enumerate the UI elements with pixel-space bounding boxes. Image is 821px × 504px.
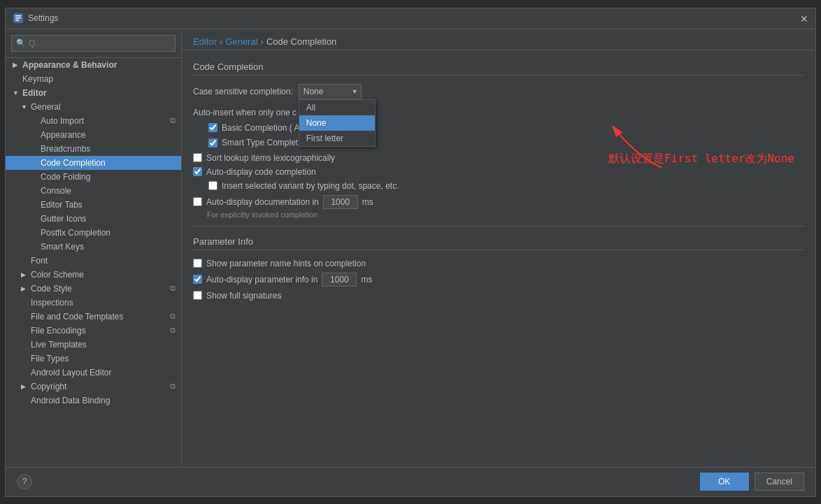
title-text: Settings (28, 13, 58, 23)
show-full-sig-checkbox[interactable] (193, 291, 202, 300)
title-bar-left: Settings (13, 13, 58, 24)
sort-lookup-checkbox[interactable] (193, 153, 202, 162)
param-section-title: Parameter Info (193, 236, 804, 250)
help-button[interactable]: ? (17, 474, 32, 489)
cancel-button[interactable]: Cancel (755, 473, 804, 491)
sidebar-item-console[interactable]: Console (6, 184, 181, 198)
ok-button[interactable]: OK (700, 473, 749, 491)
sidebar-item-label-appearance-behavior: Appearance & Behavior (22, 60, 117, 70)
sidebar-item-smart-keys[interactable]: Smart Keys (6, 240, 181, 254)
case-sensitive-dropdown-wrap: None ▼ All None First letter (299, 84, 362, 99)
auto-display-label: Auto-display code completion (206, 167, 316, 177)
show-hints-row: Show parameter name hints on completion (193, 259, 804, 268)
sidebar-item-label-file-encodings: File Encodings (31, 326, 86, 336)
show-full-sig-row: Show full signatures (193, 291, 804, 301)
basic-completion-checkbox[interactable] (208, 123, 217, 132)
sidebar-item-copyright[interactable]: ▶Copyright⧉ (6, 380, 181, 394)
sidebar-item-editor[interactable]: ▼Editor (6, 86, 181, 100)
dropdown-item-first-letter[interactable]: First letter (299, 131, 375, 146)
case-sensitive-label: Case sensitive completion: (193, 87, 293, 96)
sidebar-item-inspections[interactable]: Inspections (6, 296, 181, 310)
sidebar-item-label-file-code-templates: File and Code Templates (31, 312, 124, 322)
sidebar-item-label-code-folding: Code Folding (41, 172, 90, 182)
sidebar-copy-icon: ⧉ (170, 382, 176, 391)
sidebar-item-label-code-style: Code Style (31, 284, 72, 294)
sidebar-item-label-auto-import: Auto Import (41, 116, 84, 126)
sidebar-item-label-copyright: Copyright (31, 382, 66, 391)
sidebar-copy-icon: ⧉ (170, 326, 176, 335)
sidebar-item-general[interactable]: ▼General (6, 100, 181, 114)
case-sensitive-dropdown[interactable]: None ▼ (299, 84, 362, 99)
close-icon[interactable]: ✕ (800, 14, 808, 22)
show-hints-label: Show parameter name hints on completion (206, 259, 366, 268)
sidebar-copy-icon: ⧉ (170, 116, 176, 125)
chevron-down-icon: ▼ (352, 88, 358, 95)
sidebar-item-label-editor: Editor (22, 88, 47, 98)
sidebar-item-editor-tabs[interactable]: Editor Tabs (6, 198, 181, 212)
auto-display-doc-checkbox[interactable] (193, 197, 202, 206)
sidebar-item-label-editor-tabs: Editor Tabs (41, 200, 83, 210)
sidebar-item-label-appearance: Appearance (41, 130, 86, 140)
search-box: 🔍 (6, 29, 181, 58)
sidebar-item-file-types[interactable]: File Types (6, 352, 181, 366)
sidebar-item-label-font: Font (31, 256, 48, 266)
section-title: Code Completion (193, 62, 804, 75)
hint-text: For explicitly invoked completion (207, 210, 804, 219)
separator (193, 226, 804, 226)
insert-selected-checkbox[interactable] (208, 181, 217, 190)
sidebar-item-label-android-data-binding: Android Data Binding (31, 396, 110, 405)
sidebar-item-postfix-completion[interactable]: Postfix Completion (6, 226, 181, 240)
sidebar-item-appearance-behavior[interactable]: ▶Appearance & Behavior (6, 58, 181, 72)
breadcrumb-current: Code Completion (266, 36, 336, 47)
sidebar-item-file-code-templates[interactable]: File and Code Templates⧉ (6, 310, 181, 324)
insert-selected-row: Insert selected variant by typing dot, s… (208, 181, 804, 191)
sidebar-item-label-breadcrumbs: Breadcrumbs (41, 144, 90, 154)
auto-display-param-label: Auto-display parameter info in (206, 275, 317, 285)
sidebar-item-label-keymap: Keymap (22, 74, 53, 84)
sidebar-item-keymap[interactable]: Keymap (6, 72, 181, 86)
sidebar-item-code-folding[interactable]: Code Folding (6, 170, 181, 184)
svg-rect-3 (15, 20, 19, 21)
case-sensitive-group: Case sensitive completion: None ▼ All No… (193, 84, 804, 99)
sidebar-item-code-style[interactable]: ▶Code Style⧉ (6, 282, 181, 296)
content-area: Editor › General › Code Completion Code … (182, 29, 815, 467)
sidebar-item-breadcrumbs[interactable]: Breadcrumbs (6, 142, 181, 156)
auto-display-param-row: Auto-display parameter info in ms (193, 273, 804, 287)
dropdown-item-all[interactable]: All (299, 100, 375, 115)
smart-type-checkbox[interactable] (208, 138, 217, 147)
sidebar-item-appearance[interactable]: Appearance (6, 128, 181, 142)
param-info-unit: ms (361, 275, 372, 285)
sidebar-item-android-data-binding[interactable]: Android Data Binding (6, 394, 181, 408)
show-full-sig-label: Show full signatures (206, 291, 281, 301)
sidebar-item-label-code-completion: Code Completion (41, 158, 106, 168)
breadcrumb-general: General (225, 36, 257, 47)
sidebar-item-gutter-icons[interactable]: Gutter Icons (6, 212, 181, 226)
sidebar-item-auto-import[interactable]: Auto Import⧉ (6, 114, 181, 128)
breadcrumb-editor: Editor (193, 36, 217, 47)
sidebar-item-color-scheme[interactable]: ▶Color Scheme (6, 268, 181, 282)
sidebar-item-label-color-scheme: Color Scheme (31, 270, 84, 280)
param-info-value[interactable] (322, 273, 357, 287)
auto-display-checkbox[interactable] (193, 167, 202, 176)
auto-display-doc-value[interactable] (323, 195, 358, 209)
sidebar-item-live-templates[interactable]: Live Templates (6, 338, 181, 352)
auto-display-param-checkbox[interactable] (193, 275, 202, 284)
search-wrap: 🔍 (11, 35, 176, 52)
sort-lookup-row: Sort lookup items lexicographically (193, 153, 804, 163)
sidebar-tree: ▶Appearance & BehaviorKeymap▼Editor▼Gene… (6, 58, 181, 408)
sidebar-item-file-encodings[interactable]: File Encodings⧉ (6, 324, 181, 338)
bottom-right-buttons: OK Cancel (700, 473, 804, 491)
breadcrumb: Editor › General › Code Completion (182, 29, 815, 50)
search-input[interactable] (29, 38, 171, 48)
insert-selected-label: Insert selected variant by typing dot, s… (222, 181, 399, 191)
sidebar-item-font[interactable]: Font (6, 254, 181, 268)
sidebar-item-code-completion[interactable]: Code Completion (6, 156, 181, 170)
basic-completion-label: Basic Completion ( A (222, 123, 299, 133)
insert-selected-block: Insert selected variant by typing dot, s… (208, 181, 804, 191)
dropdown-item-none[interactable]: None (299, 115, 375, 131)
sidebar-item-android-layout-editor[interactable]: Android Layout Editor (6, 366, 181, 380)
sidebar-item-label-file-types: File Types (31, 354, 69, 363)
title-bar: Settings ✕ (6, 8, 815, 29)
param-section: Parameter Info Show parameter name hints… (193, 236, 804, 301)
show-hints-checkbox[interactable] (193, 259, 202, 268)
